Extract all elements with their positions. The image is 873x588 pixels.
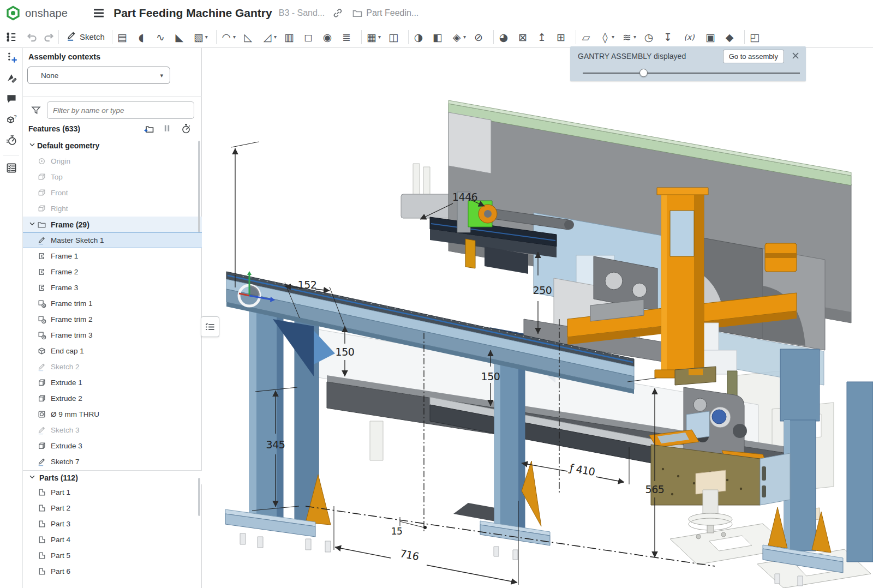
linear-pattern-button[interactable]: ▦▾: [364, 29, 381, 45]
part-item-part-6[interactable]: Part 6: [23, 563, 202, 579]
document-title[interactable]: Part Feeding Machine Gantry: [113, 7, 272, 20]
transform-button[interactable]: ◈▾: [450, 29, 467, 45]
chevron-down-icon[interactable]: ▾: [378, 34, 381, 40]
helix-button[interactable]: ≋▾: [620, 29, 637, 45]
rib-button[interactable]: ▥: [282, 29, 296, 45]
performance-button[interactable]: [0, 131, 23, 152]
dimension-250[interactable]: 250: [533, 284, 552, 296]
feature-item-frame-trim-1[interactable]: Frame trim 1: [23, 296, 202, 311]
tag-button[interactable]: ◆: [722, 29, 737, 45]
feature-item-frame-2[interactable]: Frame 2: [23, 264, 202, 280]
feature-item-frame-29[interactable]: Frame (29): [23, 217, 202, 232]
feature-item-sketch-2[interactable]: Sketch 2: [23, 359, 202, 375]
offset-surface-button[interactable]: ⊞: [554, 29, 568, 45]
stopwatch-icon[interactable]: [181, 123, 192, 134]
boolean-button[interactable]: ◑: [411, 29, 426, 45]
part-inspector-button[interactable]: ?: [0, 110, 23, 131]
feature-item-frame-trim-3[interactable]: Frame trim 3: [23, 327, 202, 343]
part-item-part-4[interactable]: Part 4: [23, 532, 202, 548]
chevron-down-icon[interactable]: [28, 220, 37, 229]
feature-item-front[interactable]: Front: [23, 185, 202, 201]
dimension-150-right[interactable]: 150: [481, 370, 500, 382]
part-item-part-1[interactable]: Part 1: [23, 484, 202, 500]
assembly-context-select[interactable]: None ▾: [27, 67, 170, 84]
features-scrollbar[interactable]: [198, 141, 200, 232]
parts-scrollbar[interactable]: [198, 478, 200, 516]
dimension-345[interactable]: 345: [266, 439, 285, 451]
feature-item-master-sketch-1[interactable]: Master Sketch 1: [23, 232, 202, 248]
appearance-button[interactable]: [0, 69, 23, 89]
display-blend-slider-handle[interactable]: [639, 69, 648, 77]
feature-item-frame-1[interactable]: Frame 1: [23, 248, 202, 264]
loft-button[interactable]: ◣: [172, 29, 187, 45]
feature-item-extrude-1[interactable]: Extrude 1: [23, 375, 202, 391]
mass-properties-button[interactable]: ◷: [642, 29, 656, 45]
chevron-down-icon[interactable]: ▾: [205, 34, 208, 40]
custom-tables-button[interactable]: [0, 159, 23, 179]
undo-button[interactable]: [25, 29, 38, 45]
redo-button[interactable]: [43, 29, 56, 45]
chamfer-button[interactable]: ◺: [241, 29, 255, 45]
draft-button[interactable]: ◿▾: [260, 29, 277, 45]
document-version[interactable]: B3 - Sand...: [279, 8, 325, 18]
graphics-area[interactable]: 1446 152 250 150 150 345 ƒ 410 565 15 71…: [202, 48, 873, 588]
comments-button[interactable]: [0, 89, 23, 110]
move-face-button[interactable]: ↥: [535, 29, 549, 45]
shell-button[interactable]: ◻: [301, 29, 315, 45]
feature-item-top[interactable]: Top: [23, 169, 202, 185]
extrude-button[interactable]: ▤: [115, 29, 129, 45]
feature-item-extrude-2[interactable]: Extrude 2: [23, 391, 202, 406]
chevron-down-icon[interactable]: ▾: [274, 34, 277, 40]
thicken-button[interactable]: ▧▾: [192, 29, 208, 45]
thread-button[interactable]: ≣: [339, 29, 354, 45]
surface-button[interactable]: ◊▾: [598, 29, 615, 45]
dimension-152[interactable]: 152: [298, 279, 317, 291]
feature-list-flyout-button[interactable]: [201, 316, 219, 337]
dimension-1446[interactable]: 1446: [452, 191, 477, 203]
chevron-down-icon[interactable]: [28, 141, 37, 150]
sweep-button[interactable]: ∿: [153, 29, 168, 45]
chevron-down-icon[interactable]: ▾: [463, 34, 466, 40]
fillet-button[interactable]: ◠▾: [219, 29, 236, 45]
chevron-down-icon[interactable]: ▾: [612, 34, 614, 40]
feature-item-end-cap-1[interactable]: End cap 1: [23, 343, 202, 359]
feature-item-9-mm-thru[interactable]: Ø 9 mm THRU: [23, 406, 202, 422]
filter-icon[interactable]: [31, 105, 41, 118]
part-item-part-3[interactable]: Part 3: [23, 516, 202, 532]
delete-face-button[interactable]: ⊠: [516, 29, 530, 45]
mirror-button[interactable]: ◫: [386, 29, 400, 45]
parts-section-header[interactable]: Parts (112): [23, 470, 202, 484]
modify-fillet-button[interactable]: ◕: [497, 29, 511, 45]
sketch-button[interactable]: Sketch: [62, 29, 109, 45]
delete-part-button[interactable]: ⊘: [471, 29, 486, 45]
create-folder-icon[interactable]: [143, 123, 154, 134]
feature-item-extrude-3[interactable]: Extrude 3: [23, 438, 202, 454]
hole-button[interactable]: ◉: [320, 29, 334, 45]
chevron-down-icon[interactable]: ▾: [633, 34, 636, 40]
sheet-metal-button[interactable]: ◰: [748, 29, 762, 45]
display-blend-slider-track[interactable]: [583, 73, 800, 74]
split-button[interactable]: ◧: [430, 29, 445, 45]
dimension-150-left[interactable]: 150: [336, 346, 355, 358]
feature-item-right[interactable]: Right: [23, 201, 202, 217]
feature-filter-input[interactable]: [47, 101, 194, 119]
fill-surface-button[interactable]: ▱: [579, 29, 593, 45]
feature-list-toggle-button[interactable]: [4, 29, 17, 45]
feature-item-sketch-7[interactable]: Sketch 7: [23, 454, 202, 470]
feature-item-origin[interactable]: Origin: [23, 153, 202, 169]
dimension-565[interactable]: 565: [645, 483, 665, 495]
feature-item-frame-trim-2[interactable]: Frame trim 2: [23, 311, 202, 327]
pause-icon[interactable]: [162, 123, 173, 134]
display-states-button[interactable]: ▣: [703, 29, 717, 45]
part-item-part-5[interactable]: Part 5: [23, 548, 202, 563]
feature-item-frame-3[interactable]: Frame 3: [23, 280, 202, 296]
go-to-assembly-button[interactable]: Go to assembly: [723, 50, 784, 63]
insert-feature-button[interactable]: [0, 48, 23, 69]
part-item-part-2[interactable]: Part 2: [23, 500, 202, 516]
feature-item-default-geometry[interactable]: Default geometry: [23, 137, 202, 153]
linked-document-name[interactable]: Part Feedin...: [366, 8, 418, 18]
feature-item-sketch-3[interactable]: Sketch 3: [23, 422, 202, 438]
hamburger-menu-icon[interactable]: [92, 6, 106, 20]
close-icon[interactable]: [791, 51, 800, 61]
import-button[interactable]: ↧: [661, 29, 675, 45]
